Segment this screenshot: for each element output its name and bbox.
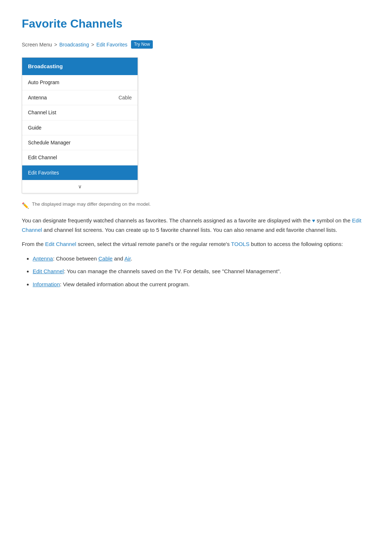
menu-header: Broadcasting (22, 58, 138, 75)
menu-panel: Broadcasting Auto ProgramAntennaCableCha… (22, 57, 138, 193)
information-link[interactable]: Information (33, 281, 60, 287)
menu-item-antenna[interactable]: AntennaCable (22, 90, 138, 105)
heart-icon: ♥ (312, 218, 315, 223)
list-item-information: Information: View detailed information a… (33, 280, 370, 289)
menu-items-container: Auto ProgramAntennaCableChannel ListGuid… (22, 75, 138, 180)
list-item-edit-channel: Edit Channel: You can manage the channel… (33, 267, 370, 276)
note-row: ✏️ The displayed image may differ depend… (22, 201, 370, 210)
menu-item-label: Channel List (28, 108, 56, 116)
menu-item-label: Edit Favorites (28, 169, 59, 177)
menu-chevron[interactable]: ∨ (22, 180, 138, 193)
page-title: Favorite Channels (22, 15, 370, 33)
edit-channel-link-3[interactable]: Edit Channel (33, 268, 64, 274)
bullet-list: Antenna: Choose between Cable and Air. E… (22, 254, 370, 289)
note-text: The displayed image may differ depending… (32, 201, 151, 208)
menu-item-edit-channel[interactable]: Edit Channel (22, 150, 138, 165)
cable-link[interactable]: Cable (98, 255, 113, 262)
menu-item-edit-favorites[interactable]: Edit Favorites (22, 165, 138, 180)
breadcrumb-separator-2: > (91, 41, 94, 49)
breadcrumb-separator-1: > (54, 41, 57, 49)
tools-link[interactable]: TOOLS (231, 241, 250, 247)
breadcrumb-edit-favorites-link[interactable]: Edit Favorites (96, 41, 127, 49)
menu-item-label: Guide (28, 124, 41, 132)
edit-channel-link-1[interactable]: Edit Channel (22, 217, 362, 233)
antenna-link[interactable]: Antenna (33, 255, 53, 262)
menu-item-label: Edit Channel (28, 153, 57, 161)
menu-item-guide[interactable]: Guide (22, 120, 138, 135)
try-now-badge[interactable]: Try Now (131, 40, 153, 49)
menu-item-channel-list[interactable]: Channel List (22, 105, 138, 120)
menu-item-label: Auto Program (28, 78, 59, 86)
edit-channel-link-2[interactable]: Edit Channel (45, 241, 76, 247)
content-para1: You can designate frequently watched cha… (22, 216, 370, 234)
menu-item-schedule-manager[interactable]: Schedule Manager (22, 135, 138, 150)
breadcrumb-broadcasting-link[interactable]: Broadcasting (59, 41, 89, 49)
content-para2: From the Edit Channel screen, select the… (22, 239, 370, 249)
menu-item-auto-program[interactable]: Auto Program (22, 75, 138, 90)
air-link[interactable]: Air (124, 255, 131, 262)
breadcrumb-screen-menu: Screen Menu (22, 41, 52, 49)
menu-item-label: Antenna (28, 94, 47, 102)
note-icon: ✏️ (22, 201, 29, 210)
menu-item-label: Schedule Manager (28, 139, 71, 147)
menu-item-value: Cable (118, 94, 132, 102)
list-item-antenna: Antenna: Choose between Cable and Air. (33, 254, 370, 263)
breadcrumb: Screen Menu > Broadcasting > Edit Favori… (22, 40, 370, 49)
